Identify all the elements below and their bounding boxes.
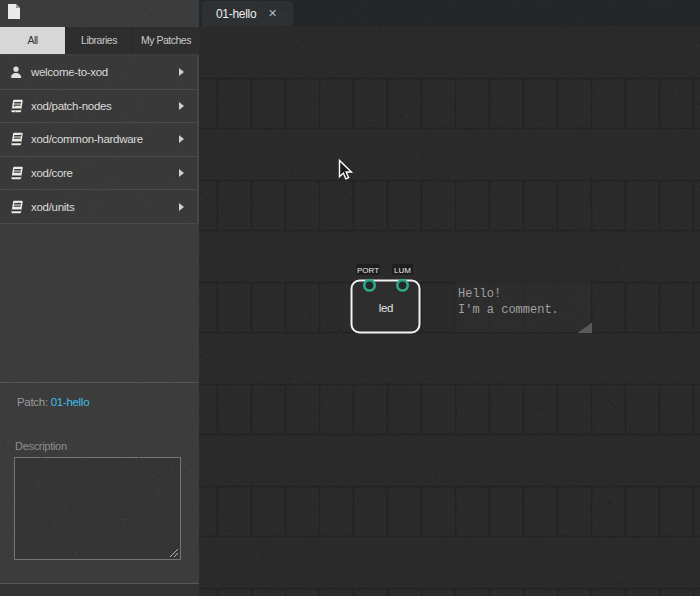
svg-text:led: led xyxy=(379,302,393,314)
svg-text:PORT: PORT xyxy=(357,266,379,275)
svg-text:I'm a comment.: I'm a comment. xyxy=(458,303,559,317)
svg-text:Hello!: Hello! xyxy=(458,287,501,301)
svg-text:LUM: LUM xyxy=(394,266,411,275)
